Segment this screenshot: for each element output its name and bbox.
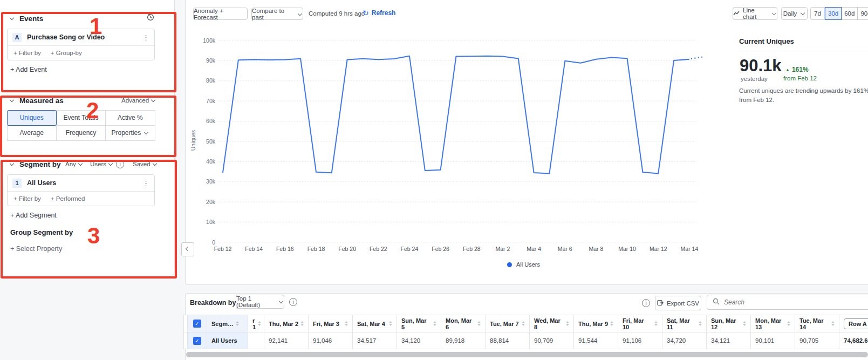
option-properties[interactable]: Properties <box>105 125 155 141</box>
date-value-cell[interactable]: 34,120 <box>397 332 441 349</box>
date-value-cell[interactable]: 90,709 <box>530 332 574 349</box>
interval-button-group: 7d30d60d90d <box>810 7 868 20</box>
date-value-cell[interactable]: 91,046 <box>309 332 353 349</box>
x-axis-tick: Mar 4 <box>527 246 541 252</box>
event-group-by-link[interactable]: + Group-by <box>51 50 82 56</box>
measured-as-section-header[interactable]: Measured as <box>9 97 64 105</box>
sort-icon[interactable] <box>654 321 658 326</box>
date-column-header[interactable]: Tue, Mar 14 <box>795 315 839 332</box>
info-icon[interactable]: i <box>116 160 124 168</box>
date-column-header[interactable]: Mon, Mar 6 <box>441 315 486 332</box>
date-value-cell[interactable]: 90,705 <box>795 332 839 349</box>
chart-type-dropdown[interactable]: Line chart <box>733 7 777 20</box>
segment-row[interactable]: 1 All Users ⋮ <box>8 175 154 192</box>
sort-icon[interactable] <box>258 321 261 326</box>
segment-filter-by-link[interactable]: + Filter by <box>13 195 41 202</box>
event-filter-by-link[interactable]: + Filter by <box>13 50 41 56</box>
option-uniques[interactable]: Uniques <box>7 110 57 126</box>
line-chart[interactable]: 010k20k30k40k50k60k70k80k90k100kFeb 12Fe… <box>185 30 735 262</box>
refresh-button[interactable]: ↻ Refresh <box>363 9 395 17</box>
interval-30d-button[interactable]: 30d <box>825 7 842 20</box>
kebab-menu-icon[interactable]: ⋮ <box>142 33 149 42</box>
table-data-row[interactable]: ✓ All Users 92,14191,04634,51734,12089,9… <box>183 332 868 349</box>
breakdown-top-dropdown[interactable]: Top 1 (Default) <box>236 295 284 309</box>
interval-90d-button[interactable]: 90d <box>858 7 868 20</box>
sort-icon[interactable] <box>389 321 392 326</box>
history-clock-icon[interactable] <box>146 12 155 23</box>
checkbox-checked-icon[interactable]: ✓ <box>193 320 201 328</box>
sort-icon[interactable] <box>787 321 790 326</box>
saved-dropdown[interactable]: Saved <box>133 161 158 167</box>
sort-icon[interactable] <box>236 321 239 326</box>
interval-60d-button[interactable]: 60d <box>842 7 858 20</box>
segment-performed-link[interactable]: + Performed <box>51 195 85 202</box>
sort-icon[interactable] <box>831 321 835 326</box>
date-column-header[interactable]: Fri, Mar 10 <box>618 315 662 332</box>
sort-icon[interactable] <box>522 321 525 326</box>
date-value-cell[interactable]: 89,918 <box>441 332 486 349</box>
segment-value-cell[interactable]: All Users <box>207 332 248 349</box>
horizontal-scrollbar-thumb[interactable] <box>186 352 868 357</box>
select-all-cell[interactable]: ✓ <box>188 315 207 332</box>
sort-icon[interactable] <box>743 321 746 326</box>
segment-column-header[interactable]: Segm… <box>207 315 248 332</box>
date-column-header[interactable]: Thu, Mar 2 <box>264 315 309 332</box>
row-average-column-header[interactable]: Row A <box>839 315 868 332</box>
info-icon[interactable]: i <box>642 299 650 307</box>
date-column-header[interactable]: Thu, Mar 9 <box>574 315 618 332</box>
cut-column-header[interactable]: r 1 <box>248 315 264 332</box>
select-property-link[interactable]: + Select Property <box>10 245 62 253</box>
search-box[interactable] <box>707 295 868 310</box>
date-column-header[interactable]: Fri, Mar 3 <box>309 315 353 332</box>
collapse-sidebar-button[interactable] <box>181 242 194 256</box>
row-checkbox-cell[interactable]: ✓ <box>188 332 207 349</box>
date-column-header[interactable]: Sun, Mar 12 <box>707 315 751 332</box>
users-dropdown[interactable]: Users <box>90 161 113 167</box>
info-icon[interactable]: i <box>289 298 297 306</box>
option-frequency[interactable]: Frequency <box>56 125 106 141</box>
sort-icon[interactable] <box>610 321 613 326</box>
date-column-header[interactable]: Tue, Mar 7 <box>486 315 530 332</box>
advanced-dropdown[interactable]: Advanced <box>121 97 156 104</box>
add-segment-link[interactable]: + Add Segment <box>10 212 57 219</box>
date-value-cell[interactable]: 92,141 <box>264 332 309 349</box>
chart-legend[interactable]: All Users <box>507 261 540 268</box>
series-line[interactable] <box>223 56 689 174</box>
export-csv-button[interactable]: Export CSV <box>655 296 701 310</box>
row-average-header-box[interactable]: Row A <box>844 318 868 329</box>
sort-icon[interactable] <box>433 321 436 326</box>
sort-icon[interactable] <box>566 321 569 326</box>
sort-icon[interactable] <box>477 321 481 326</box>
option-active-pct[interactable]: Active % <box>105 110 155 126</box>
add-event-link[interactable]: + Add Event <box>10 66 47 73</box>
date-value-cell[interactable]: 34,720 <box>662 332 707 349</box>
kebab-menu-icon[interactable]: ⋮ <box>142 179 149 187</box>
interval-7d-button[interactable]: 7d <box>810 7 825 20</box>
segment-by-section-header[interactable]: Segment by <box>9 160 61 168</box>
date-column-header[interactable]: Sat, Mar 4 <box>353 315 397 332</box>
date-value-cell[interactable]: 90,101 <box>751 332 795 349</box>
compare-to-past-button[interactable]: Compare to past <box>251 8 303 20</box>
date-column-header[interactable]: Wed, Mar 8 <box>530 315 574 332</box>
event-row[interactable]: A Purchase Song or Video ⋮ <box>8 29 154 46</box>
date-column-header[interactable]: Mon, Mar 13 <box>751 315 795 332</box>
date-value-cell[interactable]: 34,121 <box>707 332 751 349</box>
granularity-dropdown[interactable]: Daily <box>781 7 808 20</box>
date-value-cell[interactable]: 91,106 <box>618 332 662 349</box>
checkbox-checked-icon[interactable]: ✓ <box>193 337 201 345</box>
date-value-cell[interactable]: 88,814 <box>486 332 530 349</box>
search-input[interactable] <box>724 298 843 306</box>
event-name: Purchase Song or Video <box>27 33 137 41</box>
date-column-header[interactable]: Sat, Mar 11 <box>662 315 707 332</box>
option-average[interactable]: Average <box>7 125 57 141</box>
sort-icon[interactable] <box>699 321 702 326</box>
chevron-down-icon <box>801 11 805 15</box>
date-column-header[interactable]: Sun, Mar 5 <box>397 315 441 332</box>
date-value-cell[interactable]: 34,517 <box>353 332 397 349</box>
events-section-header[interactable]: Events <box>9 15 43 23</box>
sort-icon[interactable] <box>345 321 348 326</box>
date-value-cell[interactable]: 91,544 <box>574 332 618 349</box>
anomaly-forecast-button[interactable]: Anomaly + Forecast <box>193 8 248 20</box>
sort-icon[interactable] <box>300 321 304 326</box>
any-dropdown[interactable]: Any <box>65 161 83 167</box>
